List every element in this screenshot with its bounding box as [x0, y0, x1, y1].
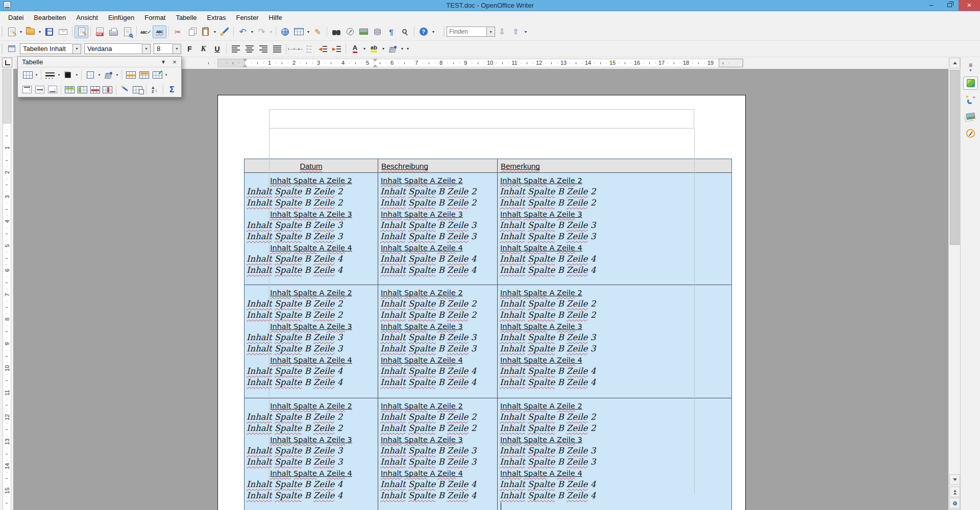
chevron-down-icon[interactable]: ▾ [72, 44, 81, 54]
insert-column-button[interactable] [76, 83, 89, 96]
align-left-button[interactable] [229, 42, 242, 55]
menu-bearbeiten[interactable]: Bearbeiten [29, 13, 71, 22]
font-size-combo[interactable]: 8 ▾ [154, 43, 181, 54]
find-toolbar-grip[interactable] [444, 27, 445, 37]
first-line-indent-marker[interactable] [242, 59, 248, 62]
center-vertical-button[interactable]: ↕ [34, 83, 46, 96]
table-toolbar-dropdown[interactable]: ▼ [159, 58, 168, 66]
show-draw-functions-button[interactable]: ✎ [311, 26, 325, 38]
table-background-button[interactable] [102, 68, 115, 81]
align-bottom-button[interactable]: ↓ [46, 83, 59, 96]
vertical-scrollbar[interactable] [948, 57, 960, 510]
tab-stop-selector[interactable] [2, 58, 12, 67]
line-color-button[interactable] [61, 68, 75, 81]
export-pdf-button[interactable]: PDF [93, 26, 107, 38]
styles-panel-button[interactable] [5, 42, 18, 55]
menu-fenster[interactable]: Fenster [231, 13, 263, 22]
background-color-dropdown[interactable]: ▾ [400, 42, 405, 55]
sidebar-tab-gallery[interactable] [963, 110, 978, 123]
find-toolbar-overflow[interactable]: ▾ [523, 26, 529, 38]
scroll-down-button[interactable] [949, 474, 960, 485]
find-previous-button[interactable]: ⇧ [509, 26, 523, 38]
table-toolbar-titlebar[interactable]: Tabelle ▼ × [18, 57, 181, 67]
table-header-row[interactable]: Datum Beschreibung Bemerkung [244, 159, 731, 173]
new-document-dropdown[interactable]: ▾ [18, 26, 23, 38]
navigator-button[interactable] [343, 26, 357, 38]
toolbar-overflow[interactable]: ▾ [430, 26, 436, 38]
navigation-button[interactable] [949, 498, 960, 508]
text-cursor-line[interactable] [498, 501, 731, 510]
format-paintbrush-button[interactable] [217, 26, 231, 38]
insert-table-dropdown[interactable]: ▾ [306, 26, 311, 38]
chevron-down-icon[interactable]: ▾ [142, 44, 151, 54]
table-header-datum[interactable]: Datum [244, 159, 378, 172]
column-edge-marker[interactable] [373, 64, 378, 67]
zoom-button[interactable] [398, 26, 412, 38]
document-page[interactable]: Datum Beschreibung Bemerkung Inhalt Spal… [217, 95, 746, 510]
optimize-button[interactable]: ✓ [151, 68, 164, 81]
redo-dropdown[interactable]: ▾ [268, 26, 274, 38]
table-toolbar-close-icon[interactable]: × [170, 58, 179, 66]
background-color-button[interactable] [386, 42, 400, 55]
table-cell[interactable]: Inhalt Spalte A Zeile 2Inhalt Spalte B Z… [498, 173, 731, 285]
sidebar-tab-styles[interactable] [963, 93, 978, 106]
left-indent-marker[interactable] [242, 64, 248, 67]
print-button[interactable] [107, 26, 120, 38]
delete-column-button[interactable] [101, 83, 114, 96]
previous-page-button[interactable] [949, 487, 960, 497]
toolbar-overflow[interactable]: ▾ [405, 43, 411, 55]
justify-button[interactable] [270, 42, 284, 55]
sort-button[interactable]: ↓ [149, 83, 161, 96]
scrollbar-thumb[interactable] [950, 70, 960, 245]
find-replace-button[interactable] [329, 26, 343, 38]
highlighting-dropdown[interactable]: ▾ [381, 42, 386, 55]
copy-button[interactable] [185, 26, 199, 38]
table-toolbar[interactable]: Tabelle ▼ × ▾ ▾ ▾ ▾ ▾ ✓ ▾ ↑ ↕ ↓ [17, 56, 182, 97]
table-properties-button[interactable] [131, 83, 144, 96]
find-next-button[interactable]: ⇩ [495, 26, 509, 38]
sidebar-tab-properties[interactable] [963, 76, 978, 90]
table-cell[interactable]: Inhalt Spalte A Zeile 2Inhalt Spalte B Z… [244, 285, 378, 398]
italic-button[interactable]: K [197, 42, 210, 55]
scroll-up-button[interactable] [949, 58, 960, 68]
menu-hilfe[interactable]: Hilfe [264, 13, 287, 22]
table-cell[interactable]: Inhalt Spalte A Zeile 2Inhalt Spalte B Z… [378, 173, 498, 285]
align-top-button[interactable]: ↑ [21, 83, 34, 96]
line-style-button[interactable] [43, 68, 57, 81]
table-cell[interactable]: Inhalt Spalte A Zeile 2Inhalt Spalte B Z… [498, 285, 731, 398]
align-right-button[interactable] [256, 42, 270, 55]
merge-cells-button[interactable] [124, 68, 137, 81]
insert-row-button[interactable] [63, 83, 76, 96]
help-button[interactable]: ? [416, 26, 430, 38]
table-background-dropdown[interactable]: ▾ [115, 68, 119, 81]
undo-button[interactable]: ↶ [236, 26, 250, 38]
sidebar-tab-navigator[interactable] [963, 126, 978, 140]
data-sources-button[interactable] [371, 26, 384, 38]
table-cell[interactable]: Inhalt Spalte A Zeile 2Inhalt Spalte B Z… [378, 285, 498, 398]
table-row-group-1[interactable]: Inhalt Spalte A Zeile 2Inhalt Spalte B Z… [244, 173, 731, 285]
open-button[interactable] [23, 26, 37, 38]
menu-format[interactable]: Format [139, 13, 170, 22]
minimize-button[interactable]: – [923, 0, 940, 11]
decrease-indent-button[interactable]: ◀ [316, 42, 330, 55]
menu-extras[interactable]: Extras [202, 13, 231, 22]
undo-dropdown[interactable]: ▾ [250, 26, 255, 38]
hyperlink-button[interactable] [278, 26, 292, 38]
spellcheck-button[interactable]: ABC✓ [139, 26, 153, 38]
menu-ansicht[interactable]: Ansicht [71, 13, 103, 22]
insert-table-button[interactable] [292, 26, 306, 38]
edit-mode-button[interactable]: ✎ [75, 26, 88, 38]
paste-button[interactable] [199, 26, 212, 38]
toolbar-grip[interactable] [2, 44, 3, 54]
numbered-list-button[interactable] [288, 42, 302, 55]
menu-einfuegen[interactable]: Einfügen [103, 13, 139, 22]
email-button[interactable] [56, 26, 70, 38]
menu-datei[interactable]: Datei [3, 13, 29, 22]
document-table[interactable]: Datum Beschreibung Bemerkung Inhalt Spal… [244, 159, 732, 510]
font-color-button[interactable]: A [348, 42, 362, 55]
table-button[interactable] [21, 68, 34, 81]
underline-button[interactable]: U [210, 42, 224, 55]
new-document-button[interactable]: ✎ [5, 26, 18, 38]
redo-button[interactable]: ↷ [255, 26, 268, 38]
menu-tabelle[interactable]: Tabelle [170, 13, 202, 22]
